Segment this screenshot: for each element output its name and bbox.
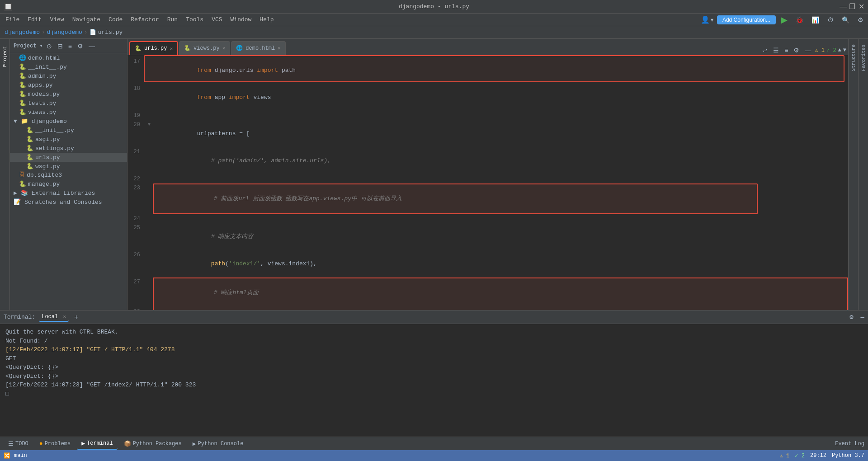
line-num-26: 26 — [127, 250, 146, 259]
structure-vert-label[interactable]: Structure — [850, 41, 857, 75]
todo-icon: ☰ — [8, 440, 14, 447]
tree-folder-djangodemo[interactable]: ▼ 📁 djangodemo — [10, 117, 127, 126]
error-nav-down[interactable]: ▼ — [843, 47, 846, 53]
sidebar-sync-button[interactable]: ⊙ — [45, 42, 54, 51]
line-num-21: 21 — [127, 147, 146, 156]
sidebar-expand-button[interactable]: ≡ — [66, 42, 74, 51]
breadcrumb-toggle-button[interactable]: ≡ — [783, 46, 790, 55]
tree-item-settings[interactable]: 🐍 settings.py — [10, 144, 127, 153]
tab-demo-html[interactable]: 🌐 demo.html ✕ — [231, 41, 285, 55]
terminal-line-6: <QueryDict: {}> — [5, 372, 863, 381]
urls-file-icon: 📄 — [90, 29, 96, 36]
terminal-content[interactable]: Quit the server with CTRL-BREAK. Not Fou… — [0, 324, 868, 437]
breadcrumb-folder[interactable]: djangodemo — [47, 29, 82, 36]
project-sidebar: Project ▾ ⊙ ⊟ ≡ ⚙ — 🌐 demo.html 🐍 __init… — [10, 39, 127, 310]
code-line-23: 23 # 前面放url 后面放函数 函数写在app.views.py中 可以在前… — [127, 183, 848, 214]
tab-python-packages[interactable]: 📦 Python Packages — [119, 438, 186, 449]
terminal-local-label: Local — [42, 314, 58, 320]
terminal-line-1: Quit the server with CTRL-BREAK. — [5, 328, 863, 337]
tree-item-apps[interactable]: 🐍 apps.py — [10, 80, 127, 89]
search-everywhere-button[interactable]: 🔍 — [839, 15, 852, 24]
hide-editor-button[interactable]: — — [803, 46, 813, 55]
breadcrumb-project[interactable]: djangodemo — [5, 29, 40, 36]
tab-python-console[interactable]: ▶ Python Console — [188, 438, 248, 449]
menu-view[interactable]: View — [46, 15, 67, 24]
py-file-icon5: 🐍 — [19, 99, 26, 107]
event-log-button[interactable]: Event Log — [835, 441, 864, 447]
tab-terminal[interactable]: ▶ Terminal — [77, 438, 117, 450]
menu-vcs[interactable]: VCS — [208, 15, 226, 24]
settings-button[interactable]: ⚙ — [855, 15, 866, 24]
favorites-panel: Favorites — [858, 39, 868, 310]
menu-code[interactable]: Code — [105, 15, 126, 24]
tree-item-urls[interactable]: 🐍 urls.py — [10, 153, 127, 162]
minimize-button[interactable]: — — [840, 4, 846, 10]
sidebar-minimize-button[interactable]: — — [87, 42, 97, 51]
terminal-line-5: <QueryDict: {}> — [5, 363, 863, 372]
terminal-hide-icon[interactable]: — — [861, 314, 864, 321]
terminal-tab-local[interactable]: Local ✕ — [39, 313, 69, 322]
maximize-button[interactable]: ❐ — [849, 4, 855, 10]
sidebar-toolbar: Project ▾ ⊙ ⊟ ≡ ⚙ — — [10, 39, 127, 53]
sql-file-icon: 🗄 — [19, 172, 25, 179]
tree-item-init-app[interactable]: 🐍 __init__.py — [10, 62, 127, 71]
tree-item-tests[interactable]: 🐍 tests.py — [10, 99, 127, 108]
close-button[interactable]: ✕ — [858, 4, 864, 10]
tab-todo[interactable]: ☰ TODO — [4, 438, 33, 449]
code-line-22: 22 — [127, 174, 848, 183]
sidebar-settings-button[interactable]: ⚙ — [75, 42, 85, 51]
editor-top-toolbar: ⇌ ☰ ≡ ⚙ — ⚠ 1 ✓ 2 ▲ ▼ — [760, 46, 846, 55]
py-file-icon4: 🐍 — [19, 90, 26, 98]
tree-item-db[interactable]: 🗄 db.sqlite3 — [10, 171, 127, 179]
tree-item-asgi[interactable]: 🐍 asgi.py — [10, 135, 127, 144]
toggle-soft-wrap-button[interactable]: ⇌ — [760, 46, 769, 55]
tree-item-manage[interactable]: 🐍 manage.py — [10, 179, 127, 188]
menu-run[interactable]: Run — [164, 15, 181, 24]
tree-item-models[interactable]: 🐍 models.py — [10, 89, 127, 99]
menu-window[interactable]: Window — [227, 15, 255, 24]
favorites-vert-label[interactable]: Favorites — [860, 41, 867, 75]
terminal-tab-close[interactable]: ✕ — [63, 314, 66, 320]
sidebar-collapse-all-button[interactable]: ⊟ — [56, 42, 65, 51]
external-lib-expand-icon: ▶ — [14, 189, 17, 197]
title-bar: 🔲 djangodemo - urls.py — ❐ ✕ — [0, 0, 868, 14]
menu-file[interactable]: File — [2, 15, 23, 24]
menu-tools[interactable]: Tools — [182, 15, 207, 24]
menu-navigate[interactable]: Navigate — [69, 15, 104, 24]
project-tab-label[interactable]: Project — [1, 42, 9, 71]
tab-views[interactable]: 🐍 views.py ✕ — [179, 41, 230, 55]
tree-item-wsgi[interactable]: 🐍 wsgi.py — [10, 162, 127, 171]
error-nav-up[interactable]: ▲ — [838, 47, 841, 53]
code-line-24: 24 — [127, 214, 848, 223]
structure-button[interactable]: ☰ — [771, 46, 781, 55]
terminal-area: Terminal: Local ✕ + ⚙ — Quit the server … — [0, 310, 868, 437]
status-warning: ⚠ 1 — [780, 452, 790, 459]
coverage-button[interactable]: 📊 — [809, 15, 822, 24]
settings-editor-button[interactable]: ⚙ — [792, 46, 801, 55]
terminal-gear-icon[interactable]: ⚙ — [849, 313, 853, 321]
menu-edit[interactable]: Edit — [24, 15, 45, 24]
run-button[interactable]: ▶ — [778, 14, 790, 26]
tab-problems[interactable]: ● Problems — [35, 438, 75, 449]
tree-item-demohtml[interactable]: 🌐 demo.html — [10, 53, 127, 62]
tab-urls[interactable]: 🐍 urls.py ✕ — [129, 41, 178, 55]
add-configuration-button[interactable]: Add Configuration... — [717, 15, 776, 24]
tree-folder-scratches[interactable]: 📝 Scratches and Consoles — [10, 198, 127, 207]
menu-help[interactable]: Help — [256, 15, 277, 24]
tree-item-views-app[interactable]: 🐍 views.py — [10, 108, 127, 117]
menu-refactor[interactable]: Refactor — [127, 15, 162, 24]
tab-urls-close[interactable]: ✕ — [170, 46, 173, 52]
editor-code-area[interactable]: 17 from django.urls import path 18 from … — [127, 55, 848, 310]
tab-views-close[interactable]: ✕ — [222, 45, 226, 51]
terminal-add-button[interactable]: + — [72, 313, 80, 321]
app-logo-icon: 🔲 — [4, 2, 13, 11]
tree-item-admin[interactable]: 🐍 admin.py — [10, 71, 127, 80]
profile-run-button[interactable]: ⏱ — [825, 15, 836, 24]
tree-item-init-django[interactable]: 🐍 __init__.py — [10, 126, 127, 135]
tree-folder-external[interactable]: ▶ 📚 External Libraries — [10, 188, 127, 198]
tab-demo-close[interactable]: ✕ — [278, 45, 281, 51]
debug-button[interactable]: 🐞 — [793, 15, 806, 24]
scratches-icon: 📝 — [14, 198, 21, 206]
status-bar: 🔀 main ⚠ 1 ✓ 2 29:12 Python 3.7 — [0, 450, 868, 461]
profile-icon[interactable]: 👤▾ — [701, 15, 714, 24]
